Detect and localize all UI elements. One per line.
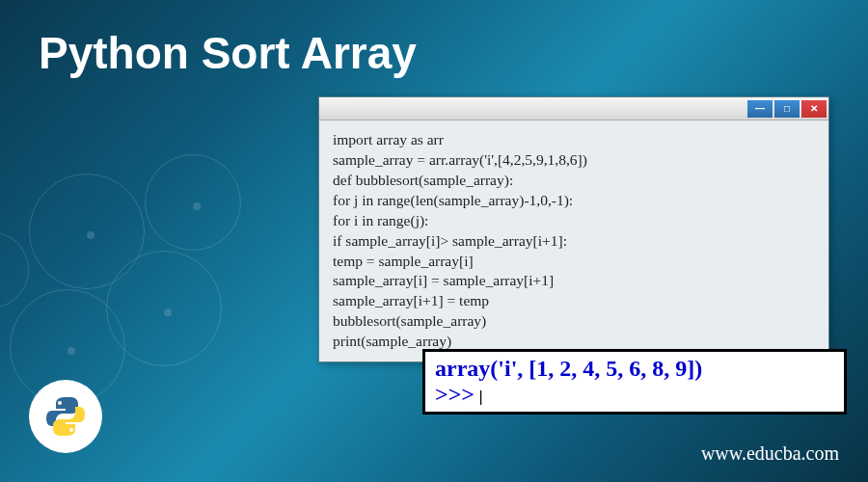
maximize-button[interactable]: □: [774, 100, 800, 118]
code-line: import array as arr: [333, 130, 815, 150]
svg-point-0: [58, 401, 62, 405]
code-line: sample_array[i] = sample_array[i+1]: [333, 271, 815, 291]
code-editor-window: — □ ✕ import array as arr sample_array =…: [318, 96, 829, 362]
code-line: temp = sample_array[i]: [333, 252, 815, 272]
code-line: sample_array[i+1] = temp: [333, 291, 815, 311]
website-url: www.educba.com: [701, 442, 839, 465]
prompt-line: >>> |: [435, 382, 834, 408]
code-line: for i in range(j):: [333, 211, 815, 231]
output-result: array('i', [1, 2, 4, 5, 6, 8, 9]): [435, 356, 834, 382]
page-title: Python Sort Array: [39, 27, 417, 79]
python-prompt: >>>: [435, 382, 475, 407]
svg-point-1: [69, 428, 73, 432]
text-cursor: |: [478, 388, 482, 405]
code-line: sample_array = arr.array('i',[4,2,5,9,1,…: [333, 150, 815, 171]
close-button[interactable]: ✕: [801, 100, 827, 118]
code-line: bubblesort(sample_array): [333, 311, 815, 332]
code-line: def bubblesort(sample_array):: [333, 171, 815, 191]
code-content: import array as arr sample_array = arr.a…: [319, 120, 828, 362]
code-line: if sample_array[i]> sample_array[i+1]:: [333, 231, 815, 252]
window-title-bar: — □ ✕: [319, 97, 828, 120]
output-console: array('i', [1, 2, 4, 5, 6, 8, 9]) >>> |: [422, 349, 847, 415]
code-line: for j in range(len(sample_array)-1,0,-1)…: [333, 191, 815, 211]
minimize-button[interactable]: —: [747, 100, 773, 118]
python-logo-icon: [29, 380, 102, 453]
